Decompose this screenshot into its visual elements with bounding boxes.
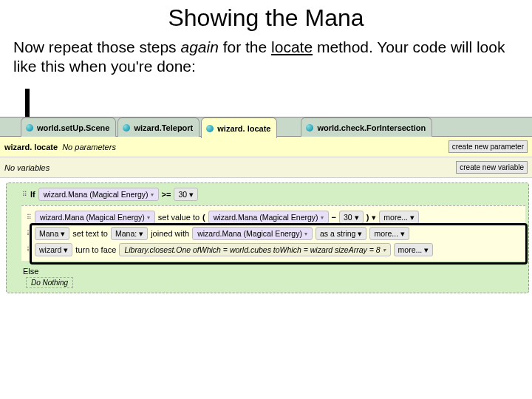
do-nothing-tile[interactable]: Do Nothing <box>26 277 73 288</box>
page-title: Showing the Mana <box>0 4 532 32</box>
joined-with-label: joined with <box>151 229 189 238</box>
tab-locate[interactable]: wizard. locate <box>201 117 277 138</box>
value-30-tile[interactable]: 30▾ <box>174 188 198 201</box>
create-parameter-button[interactable]: create new parameter <box>449 140 528 153</box>
mana-variable-tile[interactable]: wizard.Mana (Magical Energy)▾ <box>38 188 159 201</box>
instruction-text: Now repeat those steps again for the loc… <box>13 38 519 77</box>
turn-to-face-label: turn to face <box>75 245 116 254</box>
variables-bar: No variables create new variable <box>0 157 532 178</box>
value-30-tile[interactable]: 30▾ <box>339 211 364 224</box>
if-block[interactable]: ⠿ If wizard.Mana (Magical Energy)▾ >= 30… <box>6 183 529 293</box>
parameters-bar: wizard. locate No parameters create new … <box>0 137 532 157</box>
mana-variable-tile[interactable]: wizard.Mana (Magical Energy)▾ <box>35 211 155 224</box>
world-icon <box>123 124 130 132</box>
drag-handle-icon[interactable]: ⠿ <box>27 230 32 237</box>
no-parameters-label: No parameters <box>62 143 116 151</box>
mana-label-tile[interactable]: Mana▾ <box>35 227 69 240</box>
more-dropdown[interactable]: more...▾ <box>369 227 409 240</box>
mana-variable-tile[interactable]: wizard.Mana (Magical Energy)▾ <box>192 227 313 240</box>
else-block: Else Do Nothing <box>21 264 525 290</box>
more-dropdown[interactable]: more...▾ <box>379 211 419 224</box>
method-tabs: world.setUp.Scene wizard.Teleport wizard… <box>0 117 532 137</box>
else-keyword: Else <box>23 267 38 276</box>
as-string-tile[interactable]: as a string▾ <box>316 227 366 240</box>
code-area: ⠿ If wizard.Mana (Magical Energy)▾ >= 30… <box>0 178 532 296</box>
gte-operator: >= <box>162 190 171 199</box>
minus-operator: − <box>332 213 336 222</box>
create-variable-button[interactable]: create new variable <box>456 161 528 174</box>
set-text-label: set text to <box>72 229 108 238</box>
set-value-row[interactable]: ⠿ wizard.Mana (Magical Energy)▾ set valu… <box>26 209 525 225</box>
tab-teleport[interactable]: wizard.Teleport <box>117 117 200 137</box>
no-variables-label: No variables <box>4 163 50 172</box>
world-icon <box>26 124 33 132</box>
mana-colon-tile[interactable]: Mana:▾ <box>111 227 148 240</box>
world-icon <box>306 124 313 132</box>
tab-check-intersection[interactable]: world.check.ForIntersection <box>301 117 432 137</box>
tab-setup-scene[interactable]: world.setUp.Scene <box>21 117 116 137</box>
set-value-label: set value to <box>158 213 200 222</box>
wizard-tile[interactable]: wizard▾ <box>35 243 72 256</box>
set-text-row[interactable]: ⠿ Mana▾ set text to Mana:▾ joined with w… <box>26 225 525 242</box>
mana-variable-tile[interactable]: wizard.Mana (Magical Energy)▾ <box>208 211 329 224</box>
method-name-label: wizard. locate <box>4 143 58 151</box>
if-keyword: If <box>30 190 35 199</box>
turn-to-face-row[interactable]: ⠿ wizard▾ turn to face Library.closest.O… <box>26 242 525 258</box>
more-dropdown[interactable]: more...▾ <box>394 243 434 256</box>
drag-handle-icon[interactable]: ⠿ <box>27 214 32 221</box>
alice-editor-panel: world.setUp.Scene wizard.Teleport wizard… <box>0 117 532 368</box>
drag-handle-icon[interactable]: ⠿ <box>27 246 32 253</box>
drag-handle-icon[interactable]: ⠿ <box>22 191 27 198</box>
then-block: ⠿ wizard.Mana (Magical Energy)▾ set valu… <box>21 205 525 261</box>
world-icon <box>206 125 214 132</box>
if-condition-row[interactable]: ⠿ If wizard.Mana (Magical Energy)▾ >= 30… <box>21 186 525 202</box>
library-call-tile[interactable]: Library.closest.One ofWhich = world.cube… <box>119 243 390 256</box>
